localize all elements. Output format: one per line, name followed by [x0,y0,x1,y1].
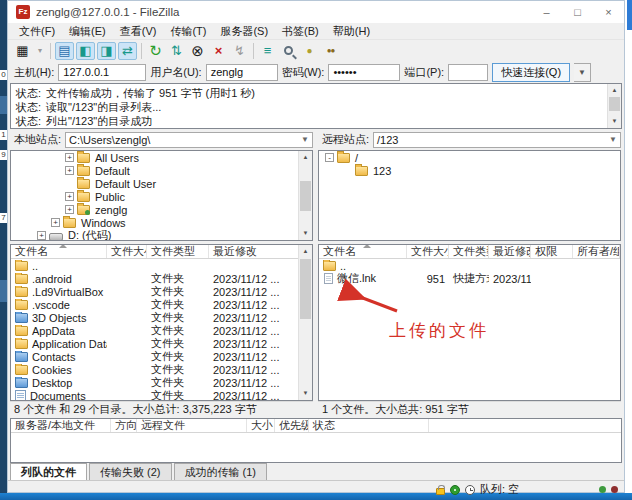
compare-icon[interactable] [279,42,298,60]
column-permissions[interactable]: 权限 [531,245,573,258]
log-scrollbar[interactable]: ▲▼ [607,84,621,128]
file-row[interactable]: Documents文件夹2023/11/12 ... [11,389,312,401]
port-input[interactable] [448,64,488,81]
find-files-icon[interactable]: ●● [321,42,340,60]
column-server-local-file[interactable]: 服务器/本地文件 [11,419,111,432]
folder-icon [15,287,28,297]
toggle-remote-tree-icon[interactable]: ◨ [97,42,116,60]
tree-item[interactable]: +Default [11,164,312,177]
tree-item[interactable]: +D: (代码) [11,229,312,241]
tree-item[interactable]: Default User [11,177,312,190]
log-status-label: 状态: [16,100,46,114]
column-modified[interactable]: 最近修改 [489,245,531,258]
column-filename[interactable]: 文件名 [11,245,107,258]
menu-bar: 文件(F) 编辑(E) 查看(V) 传输(T) 服务器(S) 书签(B) 帮助(… [8,23,624,40]
expander-icon[interactable]: + [65,166,74,175]
local-list-status: 8 个文件 和 29 个目录。大小总计: 3,375,223 字节 [10,401,313,416]
folder-icon [337,153,350,163]
disconnect-icon[interactable]: × [209,42,228,60]
column-size[interactable]: 大小 [247,419,275,432]
reconnect-icon[interactable]: ↯ [230,42,249,60]
transfer-queue[interactable]: 服务器/本地文件 方向 远程文件 大小 优先级 状态 [10,418,622,463]
column-priority[interactable]: 优先级 [275,419,309,432]
tree-item[interactable]: 123 [319,164,620,177]
scroll-up-icon[interactable]: ▲ [299,151,312,164]
column-status[interactable]: 状态 [309,419,429,432]
refresh-icon[interactable]: ↻ [146,42,165,60]
close-button[interactable]: × [593,1,624,23]
local-tree-scrollbar[interactable]: ▲▼ [298,151,312,240]
expander-icon[interactable]: - [325,153,334,162]
cancel-icon[interactable]: ⊗ [188,42,207,60]
password-input[interactable]: •••••• [328,64,400,81]
expander-icon[interactable]: + [37,231,46,240]
toggle-log-icon[interactable]: ▤ [55,42,74,60]
host-input[interactable]: 127.0.0.1 [58,64,146,81]
expander-icon[interactable]: + [65,205,74,214]
menu-view[interactable]: 查看(V) [113,24,164,39]
sync-browsing-icon[interactable]: ● [300,42,319,60]
remote-site-bar: 远程站点: /123▼ [318,131,621,148]
quickconnect-button[interactable]: 快速连接(Q) [492,63,570,82]
toggle-local-tree-icon[interactable]: ◧ [76,42,95,60]
gear-icon[interactable] [450,485,460,495]
menu-server[interactable]: 服务器(S) [213,24,275,39]
scroll-down-icon[interactable]: ▼ [299,387,312,400]
message-log: 状态:文件传输成功，传输了 951 字节 (用时1 秒) 状态:读取"/123"… [10,83,622,129]
menu-transfer[interactable]: 传输(T) [163,24,213,39]
scroll-down-icon[interactable]: ▼ [299,227,312,240]
minimize-button[interactable]: – [531,1,562,23]
titlebar[interactable]: Fz zenglg@127.0.0.1 - FileZilla – □ × [8,1,624,23]
window-title: zenglg@127.0.0.1 - FileZilla [36,6,179,18]
local-directory-tree[interactable]: +All Users +Default Default User +Public… [10,150,313,241]
tree-item[interactable]: +Windows [11,216,312,229]
site-manager-icon[interactable]: ▦ [13,42,32,60]
tab-queued-files[interactable]: 列队的文件 [10,463,87,480]
menu-edit[interactable]: 编辑(E) [62,24,113,39]
remote-site-combobox[interactable]: /123▼ [373,132,621,148]
filter-icon[interactable]: ≡ [258,42,277,60]
tab-failed-transfers[interactable]: 传输失败 (2) [89,463,172,480]
maximize-button[interactable]: □ [562,1,593,23]
scroll-down-icon[interactable]: ▼ [608,115,621,128]
tree-item[interactable]: +Public [11,190,312,203]
remote-directory-tree[interactable]: -/ 123 [318,150,621,241]
local-list-scrollbar[interactable]: ▲▼ [298,245,312,400]
column-filetype[interactable]: 文件类型 [147,245,209,258]
remote-file-list[interactable]: 文件名 文件大小 文件类型 最近修改 权限 所有者/组 .. 微信.lnk951… [318,244,621,401]
column-filetype[interactable]: 文件类型 [449,245,489,258]
chevron-down-icon[interactable]: ▼ [609,135,617,144]
expander-icon[interactable]: + [65,192,74,201]
scroll-up-icon[interactable]: ▲ [299,245,312,258]
column-filesize[interactable]: 文件大小 [107,245,147,258]
username-input[interactable]: zenglg [206,64,278,81]
menu-help[interactable]: 帮助(H) [326,24,377,39]
local-file-list[interactable]: 文件名 文件大小 文件类型 最近修改 .. .android文件夹2023/11… [10,244,313,401]
tree-item[interactable]: +zenglg [11,203,312,216]
quickconnect-dropdown-icon[interactable]: ▼ [574,63,591,82]
local-site-combobox[interactable]: C:\Users\zenglg\▼ [65,132,313,148]
site-manager-dropdown-icon[interactable]: ▾ [34,42,46,60]
column-remote-file[interactable]: 远程文件 [137,419,247,432]
expander-icon[interactable]: + [51,218,60,227]
scroll-up-icon[interactable]: ▲ [608,84,621,97]
column-filename[interactable]: 文件名 [319,245,407,258]
process-queue-icon[interactable]: ⇅ [167,42,186,60]
column-owner-group[interactable]: 所有者/组 [573,245,620,258]
clock-icon[interactable] [465,485,475,495]
menu-bookmarks[interactable]: 书签(B) [275,24,326,39]
tree-item[interactable]: -/ [319,151,620,164]
menu-file[interactable]: 文件(F) [12,24,62,39]
lock-icon[interactable] [436,488,445,495]
chevron-down-icon[interactable]: ▼ [301,135,309,144]
edge-digit: 7 [0,213,7,223]
column-filesize[interactable]: 文件大小 [407,245,449,258]
page-edge-strip [627,0,632,30]
file-row[interactable]: 微信.lnk951快捷方式2023/11/1... [319,272,620,285]
tab-successful-transfers[interactable]: 成功的传输 (1) [174,463,268,480]
column-modified[interactable]: 最近修改 [209,245,312,258]
column-direction[interactable]: 方向 [111,419,137,432]
toggle-queue-icon[interactable]: ⇄ [118,42,137,60]
expander-icon[interactable]: + [65,153,74,162]
tree-item[interactable]: +All Users [11,151,312,164]
